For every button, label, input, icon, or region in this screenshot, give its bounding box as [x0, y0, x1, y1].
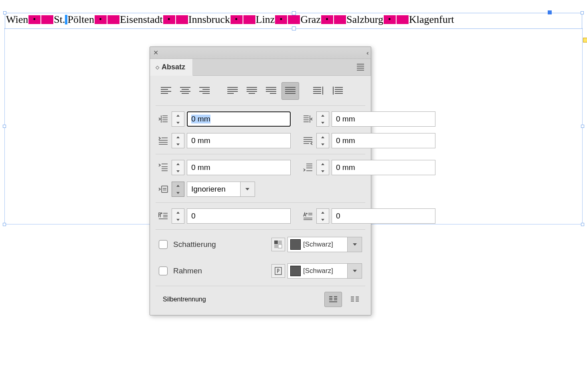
- shading-color-swatch[interactable]: [Schwarz]: [287, 237, 348, 252]
- svg-rect-79: [278, 240, 282, 244]
- shading-swatch-icon[interactable]: [271, 238, 285, 251]
- panel-titlebar[interactable]: ✕ ‹‹: [150, 47, 371, 59]
- multi-column-span-button[interactable]: [324, 292, 342, 307]
- hyphenation-label: Silbentrennung: [163, 296, 206, 303]
- space-before-icon: [157, 162, 169, 173]
- overset-indicator[interactable]: [583, 38, 587, 42]
- border-row: Rahmen [Schwarz]: [157, 258, 364, 284]
- right-indent-field: [302, 111, 435, 127]
- svg-rect-80: [274, 244, 278, 248]
- frame-handle[interactable]: [581, 223, 584, 226]
- align-right-button[interactable]: [196, 82, 213, 100]
- single-column-span-button[interactable]: [346, 292, 364, 307]
- drop-cap-lines-icon: [157, 211, 169, 221]
- justify-right-button[interactable]: [262, 82, 280, 100]
- spinner[interactable]: [316, 208, 329, 224]
- drop-cap-chars-field: [302, 208, 435, 224]
- text-frame[interactable]: WienSt.PöltenEisenstadtInnsbruckLinzGraz…: [5, 13, 582, 29]
- last-line-indent-input[interactable]: [332, 133, 435, 148]
- spinner[interactable]: [172, 160, 184, 175]
- spinner[interactable]: [172, 133, 184, 148]
- shading-row: Schattierung [Schwarz]: [157, 231, 364, 258]
- alignment-buttons: [157, 82, 364, 100]
- collapse-icon[interactable]: ‹‹: [366, 50, 368, 56]
- first-line-indent-field: [157, 133, 291, 148]
- spinner[interactable]: [316, 133, 329, 148]
- grid-align-field: [157, 182, 255, 197]
- drop-cap-lines-field: [157, 208, 291, 224]
- tab-absatz[interactable]: ◇ Absatz: [150, 59, 193, 76]
- space-before-field: [157, 160, 291, 175]
- tab-empty-area: [193, 59, 371, 76]
- space-after-input[interactable]: [332, 160, 435, 175]
- left-indent-icon: [157, 114, 169, 124]
- grid-align-icon: [157, 184, 169, 194]
- spinner[interactable]: [172, 182, 184, 197]
- shading-checkbox[interactable]: [159, 240, 168, 249]
- spinner[interactable]: [172, 111, 184, 127]
- spinner[interactable]: [316, 111, 329, 127]
- border-label: Rahmen: [173, 267, 202, 275]
- frame-handle[interactable]: [3, 223, 6, 226]
- spinner[interactable]: [316, 160, 329, 175]
- justify-left-button[interactable]: [224, 82, 241, 100]
- dropdown-icon[interactable]: [241, 182, 255, 197]
- close-icon[interactable]: ✕: [153, 49, 158, 57]
- first-line-indent-icon: [157, 135, 169, 146]
- left-indent-input[interactable]: [187, 111, 291, 127]
- svg-rect-78: [274, 240, 278, 244]
- align-left-button[interactable]: [157, 82, 175, 100]
- justify-all-button[interactable]: [281, 82, 299, 100]
- justify-center-button[interactable]: [243, 82, 261, 100]
- paragraph-panel: ✕ ‹‹ ◇ Absatz: [150, 46, 371, 315]
- space-after-icon: [302, 162, 314, 173]
- right-indent-icon: [302, 114, 314, 124]
- drop-cap-chars-icon: [302, 211, 314, 221]
- align-towards-spine-button[interactable]: [310, 82, 327, 100]
- border-color-swatch[interactable]: [Schwarz]: [287, 263, 348, 279]
- align-away-spine-button[interactable]: [329, 82, 346, 100]
- frame-handle[interactable]: [3, 125, 6, 128]
- border-swatch-icon[interactable]: [271, 264, 285, 278]
- shading-label: Schattierung: [173, 240, 216, 249]
- shading-color-dropdown[interactable]: [348, 237, 362, 252]
- drop-cap-chars-input[interactable]: [332, 208, 435, 224]
- spinner[interactable]: [172, 208, 184, 224]
- border-checkbox[interactable]: [159, 267, 168, 275]
- border-color-dropdown[interactable]: [348, 263, 362, 279]
- left-indent-field: [157, 111, 291, 127]
- text-content[interactable]: WienSt.PöltenEisenstadtInnsbruckLinzGraz…: [6, 13, 582, 26]
- space-after-field: [302, 160, 435, 175]
- first-line-indent-input[interactable]: [187, 133, 291, 148]
- svg-rect-81: [278, 244, 282, 248]
- right-indent-input[interactable]: [332, 111, 435, 127]
- frame-handle[interactable]: [581, 125, 584, 128]
- space-before-input[interactable]: [187, 160, 291, 175]
- grid-align-input[interactable]: [187, 182, 241, 197]
- last-line-indent-icon: [302, 135, 314, 146]
- drop-cap-lines-input[interactable]: [187, 208, 291, 224]
- expand-icon: ◇: [156, 65, 159, 70]
- last-line-indent-field: [302, 133, 435, 148]
- panel-tabs: ◇ Absatz: [150, 59, 371, 76]
- panel-menu-icon[interactable]: [357, 64, 364, 71]
- align-center-button[interactable]: [176, 82, 194, 100]
